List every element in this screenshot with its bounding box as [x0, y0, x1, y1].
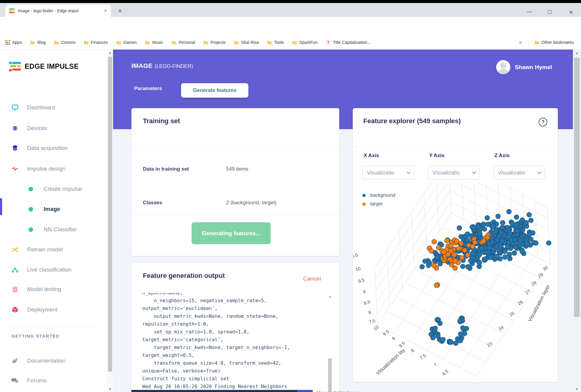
bookmark-item[interactable]: Music — [145, 40, 163, 45]
bookmarks-divider — [529, 39, 529, 46]
tab-title: Image - lego-finder - Edge Impul — [18, 8, 102, 13]
bookmark-apps[interactable]: Apps — [5, 40, 22, 45]
console-scrollbar-thumb[interactable] — [328, 358, 332, 392]
console-selected-line-fragment — [131, 390, 313, 392]
folder-icon — [292, 40, 297, 44]
svg-text:8: 8 — [410, 348, 415, 353]
sidebar-scrollbar-thumb[interactable] — [108, 57, 112, 372]
sidebar-item-devices[interactable]: Devices — [0, 124, 107, 133]
console-scrollbar[interactable]: ▲ — [327, 293, 333, 392]
sidebar-item-forums[interactable]: Forums — [0, 376, 107, 385]
clipboard-icon — [11, 286, 19, 293]
cancel-link[interactable]: Cancel — [303, 275, 321, 282]
bookmark-item[interactable]: Projects — [203, 40, 226, 45]
window-close-button[interactable]: × — [569, 8, 573, 16]
training-set-title: Training set — [143, 117, 180, 125]
sidebar-item-live-classification[interactable]: Live classification — [0, 265, 107, 274]
feature-output-title: Feature generation output — [143, 272, 225, 280]
folder-icon — [534, 40, 540, 44]
rocket-icon — [11, 357, 19, 364]
clipped-text-fragment: Microsoft Windows — [316, 390, 381, 392]
svg-text:23: 23 — [486, 341, 493, 348]
page-scrollbar[interactable]: ▲ ▼ — [573, 50, 581, 392]
sidebar-item-dashboard[interactable]: Dashboard — [0, 103, 107, 112]
sidebar-item-model-testing[interactable]: Model testing — [0, 285, 107, 294]
scroll-up-icon[interactable]: ▲ — [107, 51, 113, 54]
new-tab-button[interactable]: + — [118, 7, 122, 15]
page-scrollbar-thumb[interactable] — [574, 58, 580, 317]
browser-tab[interactable]: Image - lego-finder - Edge Impul × — [5, 5, 111, 17]
edge-impulse-logo[interactable]: EDGE IMPULSE — [9, 61, 79, 72]
training-count-label: Data in training set — [143, 166, 189, 172]
sidebar-item-nn-classifier[interactable]: NN Classifier — [0, 225, 107, 234]
getting-started-label: GETTING STARTED — [11, 333, 60, 339]
console-scroll-up-icon[interactable]: ▲ — [327, 295, 333, 298]
selected-item-indicator — [0, 198, 2, 215]
edge-impulse-logo-icon — [9, 61, 21, 72]
svg-text:6.5: 6.5 — [441, 369, 449, 376]
user-avatar — [496, 60, 510, 74]
folder-icon — [234, 40, 239, 44]
feature-explorer-3d-scatter[interactable]: 0.5109.598.587.5109.598.587.576.53029282… — [353, 183, 558, 381]
sidebar-item-retrain-model[interactable]: Retrain model — [0, 245, 107, 254]
generating-features-button[interactable]: Generating features... — [192, 222, 271, 244]
svg-text:9: 9 — [362, 289, 366, 294]
sidebar-item-impulse-design[interactable]: Impulse design — [0, 164, 107, 173]
sidebar-divider — [11, 327, 96, 327]
favicon-edge-impulse-icon — [9, 8, 15, 14]
folder-icon — [54, 40, 59, 44]
sidebar-item-create-impulse[interactable]: Create impulse — [0, 184, 107, 193]
sidebar-item-image[interactable]: Image — [0, 205, 107, 214]
help-icon[interactable]: ? — [539, 118, 547, 126]
sidebar-item-data-acquisition[interactable]: Data acquisition — [0, 144, 107, 153]
svg-text:7.5: 7.5 — [419, 353, 427, 361]
feature-explorer-card: Feature explorer (549 samples) ? X Axis … — [353, 108, 558, 382]
bookmark-item[interactable]: Comms — [54, 40, 75, 45]
chip-icon — [11, 125, 19, 132]
bookmark-item[interactable]: Skal Risa — [234, 40, 259, 45]
bookmark-title-capitalization[interactable]: T Title Capitalization... — [326, 40, 371, 45]
scroll-down-icon[interactable]: ▼ — [107, 387, 113, 391]
bookmarks-overflow-chevron[interactable]: » — [519, 39, 522, 45]
console-output[interactable]: n_epochs=None, n_neighbors=15, negative_… — [131, 293, 327, 392]
sidebar-item-deployment[interactable]: Deployment — [0, 305, 107, 314]
classes-label: Classes — [143, 200, 162, 206]
bookmark-item[interactable]: SparkFun — [292, 40, 318, 45]
window-maximize-button[interactable]: □ — [548, 8, 552, 15]
svg-text:9: 9 — [391, 336, 396, 341]
window-minimize-button[interactable]: — — [527, 8, 532, 15]
bookmark-item[interactable]: Blog — [30, 40, 46, 45]
other-bookmarks[interactable]: Other bookmarks — [534, 40, 574, 45]
status-dot-icon — [29, 187, 33, 191]
bookmark-item[interactable]: Finances — [84, 40, 108, 45]
feature-output-card: Feature generation output Cancel n_epoch… — [131, 263, 339, 392]
svg-text:9.5: 9.5 — [358, 277, 365, 284]
tab-close-icon[interactable]: × — [104, 8, 107, 14]
svg-text:26: 26 — [517, 299, 524, 306]
bookmark-item[interactable]: Personal — [171, 40, 195, 45]
app-sidebar: EDGE IMPULSE DashboardDevicesData acquis… — [0, 50, 107, 392]
tab-parameters[interactable]: Parameters — [134, 86, 162, 92]
bookmark-item[interactable]: Games — [116, 40, 137, 45]
page-title: IMAGE(LEGO-FINDER) — [131, 62, 193, 69]
sidebar-item-documentation[interactable]: Documentation — [0, 356, 107, 365]
x-axis-select[interactable]: Visualizatio — [362, 166, 414, 180]
folder-icon — [171, 40, 177, 44]
svg-text:10: 10 — [355, 266, 361, 272]
page-scroll-down-icon[interactable]: ▼ — [573, 387, 581, 391]
y-axis-select[interactable]: Visualizatio — [428, 166, 480, 180]
sidebar-scrollbar[interactable]: ▲ ▼ — [107, 50, 113, 392]
database-icon — [11, 144, 19, 152]
page-scroll-up-icon[interactable]: ▲ — [573, 51, 581, 55]
bookmark-item[interactable]: Tools — [267, 40, 284, 45]
title-capitalization-icon: T — [326, 40, 331, 45]
z-axis-label: Z Axis — [494, 153, 509, 159]
tab-strip: Image - lego-finder - Edge Impul × + — □… — [0, 3, 581, 17]
folder-icon — [145, 40, 150, 44]
shuffle-icon — [11, 246, 19, 253]
y-axis-label: Y Axis — [429, 153, 444, 159]
tab-generate-features[interactable]: Generate features — [181, 83, 248, 98]
window-title-strip — [0, 0, 581, 3]
z-axis-select[interactable]: Visualizatio — [493, 166, 545, 180]
user-menu[interactable]: Shawn Hymel — [496, 60, 552, 74]
